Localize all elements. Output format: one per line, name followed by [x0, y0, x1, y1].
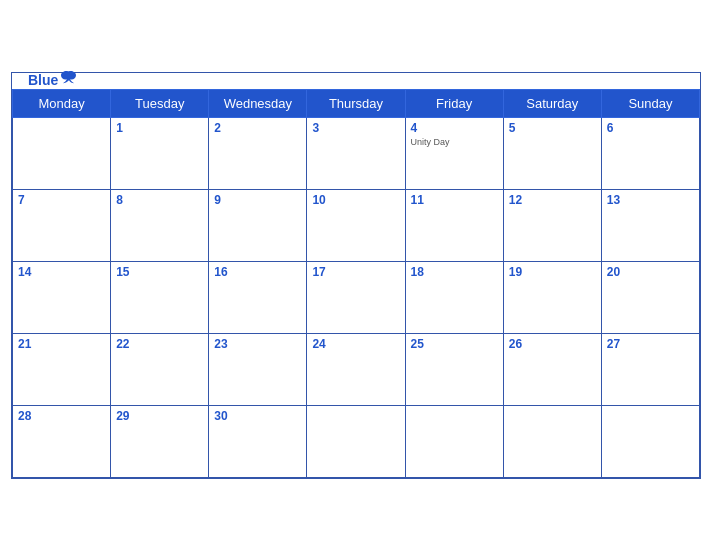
day-number: 17	[312, 265, 399, 279]
day-number: 6	[607, 121, 694, 135]
days-header-row: MondayTuesdayWednesdayThursdayFridaySatu…	[13, 89, 700, 117]
day-number: 8	[116, 193, 203, 207]
day-number: 23	[214, 337, 301, 351]
day-number: 22	[116, 337, 203, 351]
logo-blue-text: Blue	[28, 73, 58, 88]
day-number: 3	[312, 121, 399, 135]
calendar-cell: 27	[601, 333, 699, 405]
calendar-cell: 12	[503, 189, 601, 261]
calendar-cell: 11	[405, 189, 503, 261]
event-label: Unity Day	[411, 137, 498, 147]
calendar-cell: 17	[307, 261, 405, 333]
calendar-cell	[307, 405, 405, 477]
calendar-cell	[13, 117, 111, 189]
calendar-cell: 22	[111, 333, 209, 405]
week-row-3: 14151617181920	[13, 261, 700, 333]
logo-bird-icon	[60, 69, 78, 87]
day-number: 1	[116, 121, 203, 135]
calendar-cell: 21	[13, 333, 111, 405]
day-number: 21	[18, 337, 105, 351]
day-header-friday: Friday	[405, 89, 503, 117]
day-number: 18	[411, 265, 498, 279]
calendar-cell: 7	[13, 189, 111, 261]
calendar-cell: 8	[111, 189, 209, 261]
calendar-cell: 10	[307, 189, 405, 261]
calendar-cell: 6	[601, 117, 699, 189]
day-number: 13	[607, 193, 694, 207]
calendar-cell: 30	[209, 405, 307, 477]
calendar-cell: 20	[601, 261, 699, 333]
calendar-cell	[405, 405, 503, 477]
day-header-sunday: Sunday	[601, 89, 699, 117]
day-number: 5	[509, 121, 596, 135]
calendar-table: MondayTuesdayWednesdayThursdayFridaySatu…	[12, 89, 700, 478]
day-header-monday: Monday	[13, 89, 111, 117]
calendar-cell: 13	[601, 189, 699, 261]
week-row-4: 21222324252627	[13, 333, 700, 405]
day-number: 14	[18, 265, 105, 279]
calendar-cell: 16	[209, 261, 307, 333]
day-header-thursday: Thursday	[307, 89, 405, 117]
day-number: 4	[411, 121, 498, 135]
week-row-2: 78910111213	[13, 189, 700, 261]
calendar-cell: 1	[111, 117, 209, 189]
calendar-cell	[601, 405, 699, 477]
day-header-tuesday: Tuesday	[111, 89, 209, 117]
calendar-cell: 29	[111, 405, 209, 477]
calendar-cell: 25	[405, 333, 503, 405]
day-number: 26	[509, 337, 596, 351]
week-row-1: 1234Unity Day56	[13, 117, 700, 189]
calendar-cell: 19	[503, 261, 601, 333]
day-number: 29	[116, 409, 203, 423]
day-header-saturday: Saturday	[503, 89, 601, 117]
calendar-cell: 23	[209, 333, 307, 405]
day-number: 10	[312, 193, 399, 207]
calendar-cell: 14	[13, 261, 111, 333]
calendar-cell: 15	[111, 261, 209, 333]
week-row-5: 282930	[13, 405, 700, 477]
day-number: 2	[214, 121, 301, 135]
day-number: 12	[509, 193, 596, 207]
calendar-cell: 24	[307, 333, 405, 405]
day-number: 27	[607, 337, 694, 351]
logo-area: Blue	[28, 73, 58, 88]
calendar-cell: 2	[209, 117, 307, 189]
calendar-cell: 28	[13, 405, 111, 477]
calendar-cell: 9	[209, 189, 307, 261]
day-number: 28	[18, 409, 105, 423]
day-number: 24	[312, 337, 399, 351]
day-number: 25	[411, 337, 498, 351]
day-number: 7	[18, 193, 105, 207]
day-number: 19	[509, 265, 596, 279]
day-number: 20	[607, 265, 694, 279]
day-number: 15	[116, 265, 203, 279]
calendar-cell: 18	[405, 261, 503, 333]
calendar-cell: 3	[307, 117, 405, 189]
day-number: 30	[214, 409, 301, 423]
calendar-cell: 4Unity Day	[405, 117, 503, 189]
day-header-wednesday: Wednesday	[209, 89, 307, 117]
calendar-cell: 26	[503, 333, 601, 405]
calendar-container: Blue MondayTuesdayWednesdayThursdayFrida…	[11, 72, 701, 479]
calendar-cell: 5	[503, 117, 601, 189]
day-number: 9	[214, 193, 301, 207]
day-number: 16	[214, 265, 301, 279]
day-number: 11	[411, 193, 498, 207]
calendar-header: Blue	[12, 73, 700, 89]
calendar-cell	[503, 405, 601, 477]
